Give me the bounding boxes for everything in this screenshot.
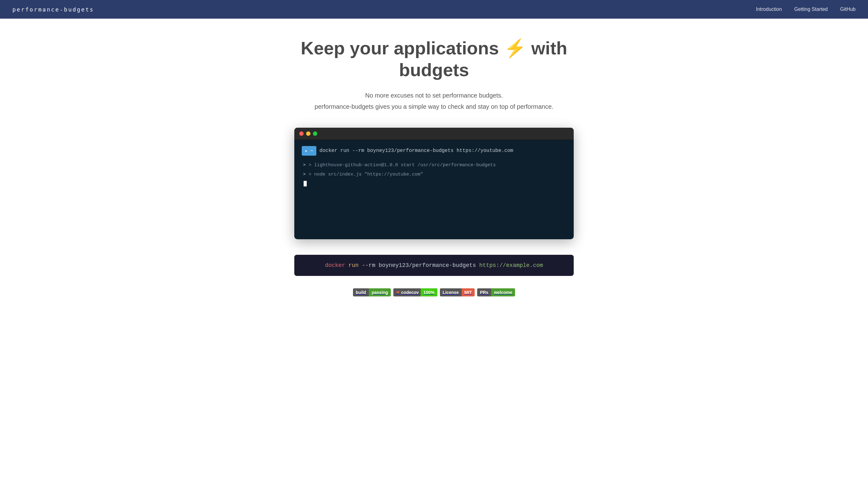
terminal-dot-green xyxy=(313,131,317,136)
terminal-output: > > lighthouse-github-action@1.0.0 start… xyxy=(302,161,566,188)
badge-prs-left: PRs xyxy=(477,288,491,296)
code-flag: --rm xyxy=(362,262,375,268)
terminal-output-line2: > > node src/index.js "https://youtube.c… xyxy=(303,170,566,179)
terminal-window: ▸ ~ docker run --rm boyney123/performanc… xyxy=(294,128,574,239)
badge-prs[interactable]: PRs welcome xyxy=(477,288,515,296)
hero-title: Keep your applications ⚡ with budgets xyxy=(285,37,583,81)
badge-build-right: passing xyxy=(369,288,391,296)
badge-build[interactable]: build passing xyxy=(353,288,391,296)
terminal-body: ▸ ~ docker run --rm boyney123/performanc… xyxy=(294,140,574,239)
navbar: performance-budgets Introduction Getting… xyxy=(0,0,868,19)
terminal-cursor-line xyxy=(303,179,566,188)
badge-license-left: License xyxy=(440,288,462,296)
code-docker: docker xyxy=(325,262,345,268)
badge-build-left: build xyxy=(353,288,369,296)
badge-license-right: MIT xyxy=(462,288,475,296)
hero-title-before: Keep your applications xyxy=(301,38,499,58)
hero-subtitle-line2: performance-budgets gives you a simple w… xyxy=(314,103,553,110)
badge-codecov[interactable]: ❤ codecov 100% xyxy=(393,288,437,296)
code-run: run xyxy=(349,262,358,268)
terminal-titlebar xyxy=(294,128,574,140)
main-content: Keep your applications ⚡ with budgets No… xyxy=(279,19,589,321)
nav-link-introduction[interactable]: Introduction xyxy=(756,7,782,12)
code-block: docker run --rm boyney123/performance-bu… xyxy=(294,255,574,276)
terminal-output-line1: > > lighthouse-github-action@1.0.0 start… xyxy=(303,161,566,170)
badge-license[interactable]: License MIT xyxy=(440,288,475,296)
hero-emoji: ⚡ xyxy=(504,38,526,58)
code-url: https://example.com xyxy=(479,262,543,268)
terminal-prompt-line: ▸ ~ docker run --rm boyney123/performanc… xyxy=(302,146,566,156)
nav-link-github[interactable]: GitHub xyxy=(840,7,856,12)
badges-row: build passing ❤ codecov 100% License MIT… xyxy=(285,288,583,296)
badge-codecov-right: 100% xyxy=(421,288,437,296)
badge-codecov-left: ❤ codecov xyxy=(393,288,421,296)
code-image: boyney123/performance-budgets xyxy=(379,262,476,268)
codecov-heart-icon: ❤ xyxy=(396,290,400,295)
terminal-dot-yellow xyxy=(306,131,311,136)
terminal-dot-red xyxy=(299,131,304,136)
hero-subtitle-line1: No more excuses not to set performance b… xyxy=(365,92,503,99)
terminal-prompt-badge: ▸ ~ xyxy=(302,146,316,156)
terminal-command: docker run --rm boyney123/performance-bu… xyxy=(319,146,513,155)
hero-subtitle: No more excuses not to set performance b… xyxy=(285,90,583,112)
nav-links: Introduction Getting Started GitHub xyxy=(756,7,856,12)
badge-prs-right: welcome xyxy=(491,288,515,296)
nav-link-getting-started[interactable]: Getting Started xyxy=(794,7,828,12)
terminal-cursor xyxy=(304,181,307,186)
nav-brand: performance-budgets xyxy=(12,6,94,13)
